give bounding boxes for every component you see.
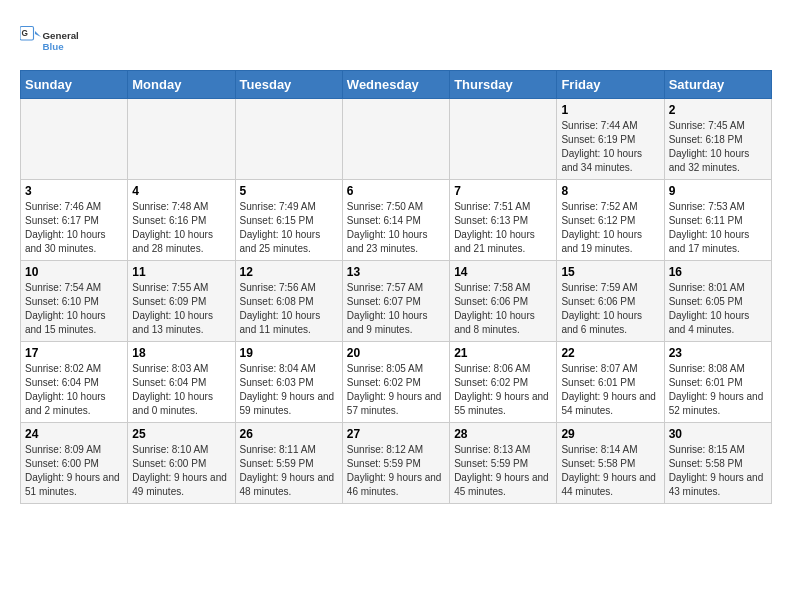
day-info: Sunrise: 7:58 AMSunset: 6:06 PMDaylight:… xyxy=(454,281,552,337)
day-number: 22 xyxy=(561,346,659,360)
day-info: Sunrise: 7:56 AMSunset: 6:08 PMDaylight:… xyxy=(240,281,338,337)
day-number: 21 xyxy=(454,346,552,360)
day-number: 15 xyxy=(561,265,659,279)
page-header: General Blue G xyxy=(20,20,772,60)
calendar-cell: 8Sunrise: 7:52 AMSunset: 6:12 PMDaylight… xyxy=(557,180,664,261)
calendar-cell: 16Sunrise: 8:01 AMSunset: 6:05 PMDayligh… xyxy=(664,261,771,342)
weekday-header: Monday xyxy=(128,71,235,99)
calendar-cell: 10Sunrise: 7:54 AMSunset: 6:10 PMDayligh… xyxy=(21,261,128,342)
logo-svg: General Blue G xyxy=(20,20,80,60)
svg-text:General: General xyxy=(43,30,80,41)
weekday-header: Friday xyxy=(557,71,664,99)
day-info: Sunrise: 7:50 AMSunset: 6:14 PMDaylight:… xyxy=(347,200,445,256)
day-number: 23 xyxy=(669,346,767,360)
day-info: Sunrise: 7:48 AMSunset: 6:16 PMDaylight:… xyxy=(132,200,230,256)
day-info: Sunrise: 8:13 AMSunset: 5:59 PMDaylight:… xyxy=(454,443,552,499)
calendar-cell: 11Sunrise: 7:55 AMSunset: 6:09 PMDayligh… xyxy=(128,261,235,342)
day-number: 18 xyxy=(132,346,230,360)
calendar-cell: 25Sunrise: 8:10 AMSunset: 6:00 PMDayligh… xyxy=(128,423,235,504)
day-number: 24 xyxy=(25,427,123,441)
day-number: 14 xyxy=(454,265,552,279)
day-info: Sunrise: 7:54 AMSunset: 6:10 PMDaylight:… xyxy=(25,281,123,337)
calendar-cell: 19Sunrise: 8:04 AMSunset: 6:03 PMDayligh… xyxy=(235,342,342,423)
calendar-cell: 6Sunrise: 7:50 AMSunset: 6:14 PMDaylight… xyxy=(342,180,449,261)
day-info: Sunrise: 7:51 AMSunset: 6:13 PMDaylight:… xyxy=(454,200,552,256)
svg-text:Blue: Blue xyxy=(43,41,65,52)
calendar-cell: 5Sunrise: 7:49 AMSunset: 6:15 PMDaylight… xyxy=(235,180,342,261)
day-info: Sunrise: 7:59 AMSunset: 6:06 PMDaylight:… xyxy=(561,281,659,337)
calendar-cell: 1Sunrise: 7:44 AMSunset: 6:19 PMDaylight… xyxy=(557,99,664,180)
day-info: Sunrise: 7:45 AMSunset: 6:18 PMDaylight:… xyxy=(669,119,767,175)
calendar-cell xyxy=(342,99,449,180)
day-info: Sunrise: 7:49 AMSunset: 6:15 PMDaylight:… xyxy=(240,200,338,256)
calendar-cell: 24Sunrise: 8:09 AMSunset: 6:00 PMDayligh… xyxy=(21,423,128,504)
day-info: Sunrise: 8:05 AMSunset: 6:02 PMDaylight:… xyxy=(347,362,445,418)
day-info: Sunrise: 8:08 AMSunset: 6:01 PMDaylight:… xyxy=(669,362,767,418)
calendar-cell xyxy=(21,99,128,180)
calendar-cell: 15Sunrise: 7:59 AMSunset: 6:06 PMDayligh… xyxy=(557,261,664,342)
day-info: Sunrise: 8:02 AMSunset: 6:04 PMDaylight:… xyxy=(25,362,123,418)
calendar-cell: 28Sunrise: 8:13 AMSunset: 5:59 PMDayligh… xyxy=(450,423,557,504)
day-number: 9 xyxy=(669,184,767,198)
day-number: 16 xyxy=(669,265,767,279)
day-number: 25 xyxy=(132,427,230,441)
calendar-cell xyxy=(128,99,235,180)
day-info: Sunrise: 8:11 AMSunset: 5:59 PMDaylight:… xyxy=(240,443,338,499)
day-info: Sunrise: 8:10 AMSunset: 6:00 PMDaylight:… xyxy=(132,443,230,499)
calendar-header: SundayMondayTuesdayWednesdayThursdayFrid… xyxy=(21,71,772,99)
day-number: 20 xyxy=(347,346,445,360)
day-number: 28 xyxy=(454,427,552,441)
day-info: Sunrise: 7:57 AMSunset: 6:07 PMDaylight:… xyxy=(347,281,445,337)
day-number: 8 xyxy=(561,184,659,198)
day-number: 19 xyxy=(240,346,338,360)
day-info: Sunrise: 8:09 AMSunset: 6:00 PMDaylight:… xyxy=(25,443,123,499)
day-info: Sunrise: 8:01 AMSunset: 6:05 PMDaylight:… xyxy=(669,281,767,337)
calendar-cell: 23Sunrise: 8:08 AMSunset: 6:01 PMDayligh… xyxy=(664,342,771,423)
weekday-header: Thursday xyxy=(450,71,557,99)
day-info: Sunrise: 8:03 AMSunset: 6:04 PMDaylight:… xyxy=(132,362,230,418)
svg-text:G: G xyxy=(22,29,28,38)
weekday-header: Sunday xyxy=(21,71,128,99)
calendar-cell: 26Sunrise: 8:11 AMSunset: 5:59 PMDayligh… xyxy=(235,423,342,504)
calendar-cell: 30Sunrise: 8:15 AMSunset: 5:58 PMDayligh… xyxy=(664,423,771,504)
day-number: 7 xyxy=(454,184,552,198)
calendar-cell: 14Sunrise: 7:58 AMSunset: 6:06 PMDayligh… xyxy=(450,261,557,342)
day-number: 2 xyxy=(669,103,767,117)
day-number: 11 xyxy=(132,265,230,279)
weekday-header: Tuesday xyxy=(235,71,342,99)
calendar-cell: 2Sunrise: 7:45 AMSunset: 6:18 PMDaylight… xyxy=(664,99,771,180)
day-info: Sunrise: 7:55 AMSunset: 6:09 PMDaylight:… xyxy=(132,281,230,337)
calendar-cell: 29Sunrise: 8:14 AMSunset: 5:58 PMDayligh… xyxy=(557,423,664,504)
day-info: Sunrise: 7:46 AMSunset: 6:17 PMDaylight:… xyxy=(25,200,123,256)
calendar-body: 1Sunrise: 7:44 AMSunset: 6:19 PMDaylight… xyxy=(21,99,772,504)
day-number: 12 xyxy=(240,265,338,279)
day-number: 4 xyxy=(132,184,230,198)
calendar-cell: 13Sunrise: 7:57 AMSunset: 6:07 PMDayligh… xyxy=(342,261,449,342)
day-info: Sunrise: 8:06 AMSunset: 6:02 PMDaylight:… xyxy=(454,362,552,418)
calendar-table: SundayMondayTuesdayWednesdayThursdayFrid… xyxy=(20,70,772,504)
day-info: Sunrise: 8:04 AMSunset: 6:03 PMDaylight:… xyxy=(240,362,338,418)
day-info: Sunrise: 8:15 AMSunset: 5:58 PMDaylight:… xyxy=(669,443,767,499)
svg-marker-2 xyxy=(35,31,41,37)
day-number: 30 xyxy=(669,427,767,441)
day-number: 17 xyxy=(25,346,123,360)
calendar-cell: 22Sunrise: 8:07 AMSunset: 6:01 PMDayligh… xyxy=(557,342,664,423)
day-info: Sunrise: 7:44 AMSunset: 6:19 PMDaylight:… xyxy=(561,119,659,175)
day-number: 5 xyxy=(240,184,338,198)
logo: General Blue G xyxy=(20,20,80,60)
calendar-cell: 4Sunrise: 7:48 AMSunset: 6:16 PMDaylight… xyxy=(128,180,235,261)
calendar-cell: 17Sunrise: 8:02 AMSunset: 6:04 PMDayligh… xyxy=(21,342,128,423)
calendar-cell xyxy=(235,99,342,180)
day-info: Sunrise: 8:07 AMSunset: 6:01 PMDaylight:… xyxy=(561,362,659,418)
calendar-cell: 20Sunrise: 8:05 AMSunset: 6:02 PMDayligh… xyxy=(342,342,449,423)
day-info: Sunrise: 8:14 AMSunset: 5:58 PMDaylight:… xyxy=(561,443,659,499)
calendar-cell xyxy=(450,99,557,180)
calendar-cell: 18Sunrise: 8:03 AMSunset: 6:04 PMDayligh… xyxy=(128,342,235,423)
calendar-cell: 21Sunrise: 8:06 AMSunset: 6:02 PMDayligh… xyxy=(450,342,557,423)
day-number: 29 xyxy=(561,427,659,441)
day-number: 13 xyxy=(347,265,445,279)
day-number: 6 xyxy=(347,184,445,198)
day-info: Sunrise: 7:52 AMSunset: 6:12 PMDaylight:… xyxy=(561,200,659,256)
calendar-cell: 3Sunrise: 7:46 AMSunset: 6:17 PMDaylight… xyxy=(21,180,128,261)
calendar-cell: 12Sunrise: 7:56 AMSunset: 6:08 PMDayligh… xyxy=(235,261,342,342)
